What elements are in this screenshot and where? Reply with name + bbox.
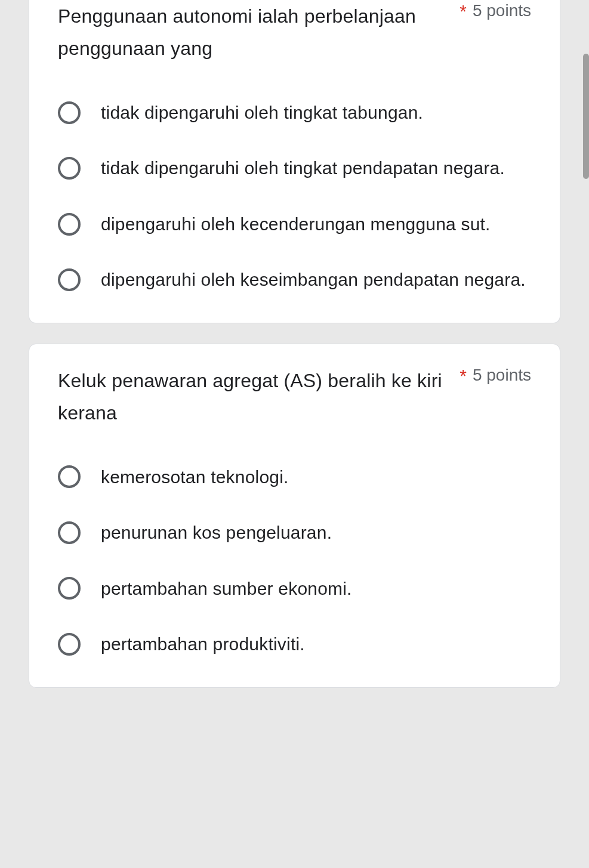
scrollbar-thumb[interactable] [583, 54, 589, 179]
radio-icon [58, 633, 81, 656]
option-label: tidak dipengaruhi oleh tingkat tabungan. [101, 100, 423, 126]
radio-option[interactable]: tidak dipengaruhi oleh tingkat pendapata… [58, 155, 531, 181]
radio-icon [58, 577, 81, 600]
option-label: dipengaruhi oleh kecenderungan mengguna … [101, 211, 491, 237]
options-group: kemerosotan teknologi. penurunan kos pen… [58, 464, 531, 657]
radio-icon [58, 521, 81, 544]
question-card: Keluk penawaran agregat (AS) beralih ke … [29, 344, 560, 688]
required-mark: * [460, 366, 467, 385]
question-header: Penggunaan autonomi ialah perbelanjaan p… [58, 0, 531, 65]
radio-icon [58, 101, 81, 124]
points-label: 5 points [473, 1, 531, 20]
options-group: tidak dipengaruhi oleh tingkat tabungan.… [58, 100, 531, 293]
question-header: Keluk penawaran agregat (AS) beralih ke … [58, 365, 531, 430]
radio-icon [58, 213, 81, 236]
required-mark: * [460, 1, 467, 21]
question-card: Penggunaan autonomi ialah perbelanjaan p… [29, 0, 560, 323]
radio-icon [58, 157, 81, 180]
radio-option[interactable]: dipengaruhi oleh keseimbangan pendapatan… [58, 267, 531, 293]
radio-icon [58, 268, 81, 291]
radio-option[interactable]: tidak dipengaruhi oleh tingkat tabungan. [58, 100, 531, 126]
question-title: Keluk penawaran agregat (AS) beralih ke … [58, 365, 445, 430]
points-label: 5 points [473, 366, 531, 384]
option-label: penurunan kos pengeluaran. [101, 520, 332, 546]
form-page: Penggunaan autonomi ialah perbelanjaan p… [0, 0, 589, 688]
radio-option[interactable]: dipengaruhi oleh kecenderungan mengguna … [58, 211, 531, 237]
option-label: kemerosotan teknologi. [101, 464, 289, 490]
radio-option[interactable]: penurunan kos pengeluaran. [58, 520, 531, 546]
radio-option[interactable]: pertambahan produktiviti. [58, 631, 531, 657]
question-meta: *5 points [460, 365, 531, 386]
option-label: pertambahan produktiviti. [101, 631, 305, 657]
question-meta: *5 points [460, 0, 531, 21]
radio-option[interactable]: pertambahan sumber ekonomi. [58, 576, 531, 602]
option-label: tidak dipengaruhi oleh tingkat pendapata… [101, 155, 505, 181]
radio-icon [58, 465, 81, 488]
option-label: dipengaruhi oleh keseimbangan pendapatan… [101, 267, 526, 293]
question-title: Penggunaan autonomi ialah perbelanjaan p… [58, 0, 445, 65]
radio-option[interactable]: kemerosotan teknologi. [58, 464, 531, 490]
option-label: pertambahan sumber ekonomi. [101, 576, 352, 602]
